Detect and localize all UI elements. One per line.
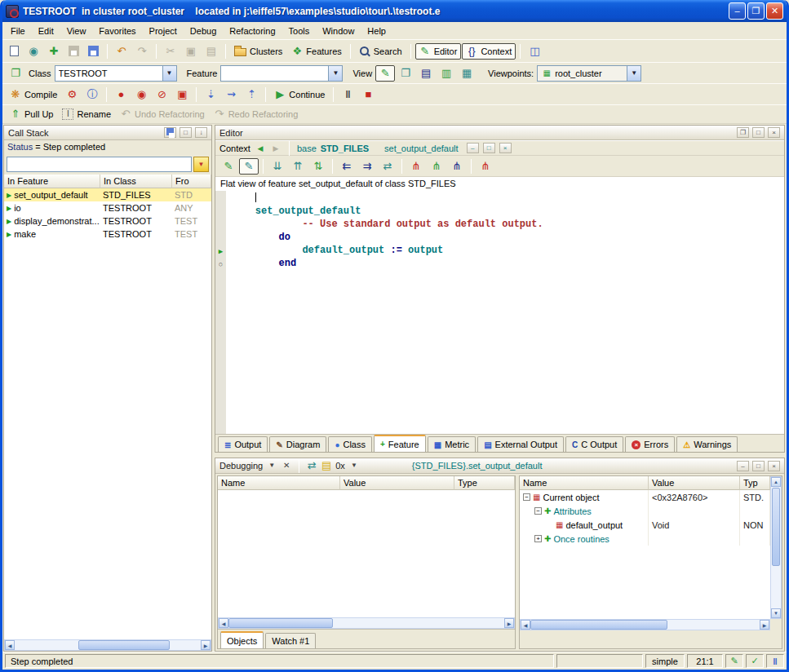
- objects-column-header[interactable]: Typ: [740, 476, 770, 490]
- breakpoint-gutter[interactable]: [215, 206, 226, 219]
- project-info-button[interactable]: ⓘ: [82, 86, 102, 103]
- tree-expander[interactable]: +: [534, 535, 542, 542]
- object-tree-row[interactable]: −✚Attributes: [520, 504, 770, 518]
- watch-hscrollbar[interactable]: ◀ ▶: [218, 617, 515, 629]
- scroll-thumb[interactable]: [530, 620, 667, 630]
- objects-column-header[interactable]: Name: [520, 476, 649, 490]
- step-over-button[interactable]: ⇝: [221, 86, 241, 103]
- objects-column-header[interactable]: Value: [649, 476, 740, 490]
- paste-button[interactable]: ▤: [202, 43, 221, 60]
- code-line[interactable]: do: [215, 232, 784, 245]
- tab-class[interactable]: ●Class: [328, 436, 372, 452]
- disable-breakpoints-button[interactable]: ◉: [131, 86, 151, 103]
- callers-button[interactable]: ⇇: [337, 158, 357, 175]
- scroll-down-icon[interactable]: ▼: [771, 608, 781, 618]
- call-stack-row[interactable]: ▶io TESTROOTANY: [4, 201, 211, 214]
- tab-errors[interactable]: ×Errors: [625, 436, 675, 452]
- supplier-tree-button[interactable]: ⋔: [427, 158, 446, 175]
- pull-up-button[interactable]: ⇑Pull Up: [6, 106, 57, 122]
- scroll-thumb[interactable]: [228, 618, 333, 628]
- call-stack-save-button[interactable]: [164, 127, 176, 138]
- clusters-button[interactable]: Clusters: [230, 43, 286, 59]
- undo-refactoring-button[interactable]: ↶Undo Refactoring: [116, 106, 209, 122]
- call-stack-dock-button[interactable]: ↓: [195, 127, 207, 138]
- scroll-right-icon[interactable]: ▶: [760, 620, 769, 630]
- stack-column-header[interactable]: In Class: [100, 175, 172, 188]
- context-minimize-button[interactable]: –: [467, 143, 479, 153]
- notes-icon[interactable]: ▤: [321, 460, 332, 471]
- melt-button[interactable]: ⚙: [62, 86, 82, 103]
- call-stack-row[interactable]: ▶display_demonstrat... TESTROOTTEST: [4, 214, 211, 228]
- view-clickable-button[interactable]: ❐: [396, 65, 415, 82]
- tab-watch-1[interactable]: Watch #1: [265, 633, 316, 648]
- watch-column-header[interactable]: Name: [218, 476, 340, 490]
- breakpoint-gutter[interactable]: [215, 219, 226, 232]
- tab-objects[interactable]: Objects: [220, 631, 264, 648]
- minimize-button[interactable]: –: [729, 2, 746, 20]
- watch-column-header[interactable]: Value: [340, 476, 454, 490]
- menu-tools[interactable]: Tools: [282, 24, 317, 38]
- watch-table-body[interactable]: [218, 490, 515, 617]
- scroll-up-icon[interactable]: ▲: [771, 477, 781, 487]
- code-line[interactable]: ▶ default_output := output: [215, 245, 784, 258]
- menu-project[interactable]: Project: [143, 24, 184, 38]
- editor-close-button[interactable]: ×: [768, 127, 780, 138]
- tab-metric[interactable]: ▦Metric: [428, 436, 476, 452]
- debugging-minimize-button[interactable]: –: [737, 461, 749, 471]
- objects-vscrollbar[interactable]: ▲ ▼: [770, 476, 782, 619]
- call-stack-hscrollbar[interactable]: ◀ ▶: [4, 639, 211, 651]
- breadcrumb-feature[interactable]: set_output_default: [384, 144, 459, 153]
- breakpoints-tool-button[interactable]: ▣: [172, 86, 192, 103]
- breadcrumb-class[interactable]: STD_FILES: [321, 144, 369, 153]
- viewpoints-dropdown-icon[interactable]: ▼: [627, 66, 641, 81]
- code-area[interactable]: set_output_default -- Use standard outpu…: [215, 191, 784, 434]
- new-window-button[interactable]: [6, 43, 23, 59]
- scroll-right-icon[interactable]: ▶: [504, 618, 514, 628]
- breakpoint-gutter[interactable]: [215, 232, 226, 245]
- add-button[interactable]: ✚: [44, 43, 64, 60]
- code-line[interactable]: -- Use standard output as default output…: [215, 219, 784, 232]
- scroll-right-icon[interactable]: ▶: [201, 640, 211, 650]
- ancestors-button[interactable]: ⇊: [268, 158, 287, 175]
- object-tree-row[interactable]: ▦default_output VoidNON: [520, 518, 770, 532]
- implementers-button[interactable]: ⇄: [378, 158, 397, 175]
- context-toggle-button[interactable]: {}Context: [462, 43, 516, 60]
- editor-toggle-button[interactable]: ✎Editor: [415, 43, 462, 60]
- menu-help[interactable]: Help: [361, 24, 392, 38]
- view-basic-button[interactable]: ✎: [375, 65, 395, 82]
- history-forward-icon[interactable]: ▶: [270, 143, 281, 154]
- call-stack-undock-button[interactable]: □: [180, 127, 192, 138]
- code-line[interactable]: set_output_default: [215, 206, 784, 219]
- tree-expander[interactable]: −: [534, 507, 542, 515]
- redo-refactoring-button[interactable]: ↷Redo Refactoring: [210, 106, 303, 122]
- remove-breakpoints-button[interactable]: ⊘: [152, 86, 171, 103]
- undo-button[interactable]: ↶: [112, 43, 131, 60]
- continue-button[interactable]: ▶Continue: [270, 86, 329, 103]
- cut-button[interactable]: ✂: [161, 43, 180, 60]
- object-tree-row[interactable]: −▦Current object <0x32A8760>STD.: [520, 490, 770, 504]
- debugging-close-button[interactable]: ×: [768, 461, 780, 471]
- close-button[interactable]: ✕: [766, 2, 783, 20]
- compile-button[interactable]: ❋Compile: [6, 86, 61, 103]
- enable-breakpoints-button[interactable]: ●: [111, 86, 131, 103]
- scroll-left-icon[interactable]: ◀: [521, 620, 530, 630]
- menu-refactoring[interactable]: Refactoring: [223, 24, 281, 38]
- object-tree-row[interactable]: +✚Once routines: [520, 532, 770, 546]
- stack-column-header[interactable]: Fro: [172, 175, 211, 188]
- save-all-button[interactable]: [84, 43, 103, 59]
- client-tree-button[interactable]: ⋔: [447, 158, 467, 175]
- stack-column-header[interactable]: In Feature: [4, 175, 100, 188]
- class-combobox[interactable]: TESTROOT ▼: [55, 65, 177, 82]
- diagram-tool-button[interactable]: ◫: [525, 43, 544, 60]
- hex-dropdown-icon[interactable]: ▼: [348, 460, 360, 471]
- tab-output[interactable]: ≣Output: [218, 436, 268, 452]
- breakpoint-gutter[interactable]: [215, 192, 226, 206]
- objects-hscrollbar[interactable]: ◀ ▶: [520, 619, 770, 630]
- redo-button[interactable]: ↷: [132, 43, 152, 60]
- editor-maximize-button[interactable]: □: [752, 127, 765, 138]
- feature-combobox[interactable]: ▼: [220, 65, 343, 82]
- step-into-button[interactable]: ⇣: [201, 86, 220, 103]
- scroll-left-icon[interactable]: ◀: [219, 618, 228, 628]
- breakpoint-gutter[interactable]: ○: [215, 258, 226, 271]
- edit-code-button[interactable]: ✎: [219, 158, 238, 175]
